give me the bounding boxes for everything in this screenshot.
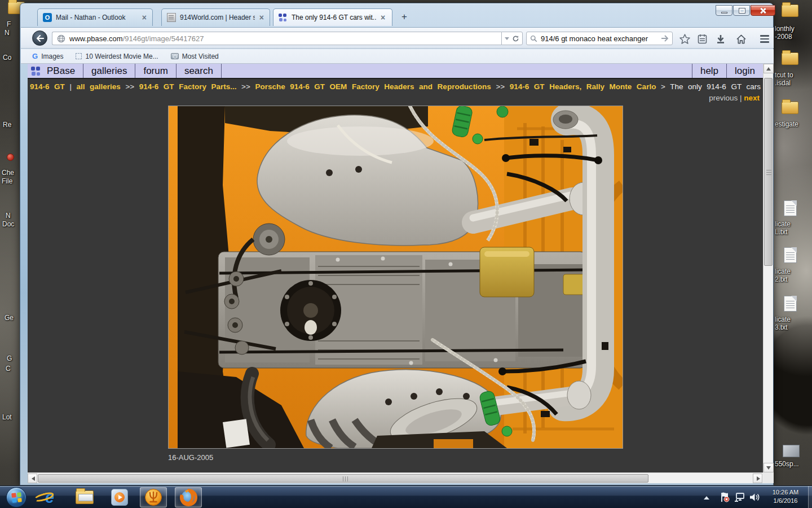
search-go-icon[interactable] [661,35,669,42]
search-bar[interactable] [526,32,673,45]
menu-hamburger-icon[interactable] [757,32,773,46]
breadcrumb-link[interactable]: 914-6 GT Headers, Rally Monte Carlo [510,82,656,91]
breadcrumb-current: The only 914-6 GT cars [670,82,761,91]
new-tab-button[interactable]: + [397,11,412,24]
tray-expand-icon[interactable] [704,486,709,508]
scroll-right-button[interactable] [753,474,762,483]
nav-help[interactable]: help [692,65,726,77]
start-button[interactable] [6,487,27,507]
windows-flag-icon [11,492,22,503]
bookmark-most-visited[interactable]: Most Visited [171,52,219,60]
nav-forum[interactable]: forum [135,65,175,77]
show-desktop-button[interactable] [808,486,812,508]
back-button[interactable] [32,30,47,46]
desktop-folder-icon[interactable] [782,5,798,17]
desktop-textfile-icon[interactable] [784,247,797,263]
desktop-label[interactable]: G [7,354,12,362]
taskbar-clock[interactable]: 10:26 AM 1/6/2016 [764,488,807,505]
reload-icon[interactable] [512,35,519,42]
tab-outlook[interactable]: O Mail - Nathan - Outlook × [37,8,153,26]
firefox-icon [179,488,198,507]
desktop-label[interactable]: File [2,177,12,185]
desktop-folder-icon[interactable] [782,52,798,65]
network-icon[interactable] [734,486,746,508]
tab-close-icon[interactable]: × [259,14,264,21]
search-input[interactable] [541,34,657,43]
desktop-label[interactable]: licate3.txt [775,316,791,331]
desktop-label[interactable]: tcut to.isdal [775,71,793,87]
bookmark-label: 10 Weirdest Movie Me... [85,52,158,60]
desktop-label[interactable]: Re [3,121,11,129]
desktop-label[interactable]: licate2.txt [775,268,791,283]
tab-914world[interactable]: 914World.com | Header sizi... × [161,8,270,26]
nav-search[interactable]: search [176,65,221,77]
desktop-label[interactable]: N [6,212,11,220]
desktop-label[interactable]: lonthly-2008 [775,25,795,41]
desktop-label[interactable]: F [7,20,11,28]
desktop-label[interactable]: licateL.txt [775,220,791,236]
bookmark-label: Most Visited [182,52,219,60]
history-dropdown-icon[interactable] [505,37,509,42]
home-icon[interactable] [734,32,748,46]
desktop-textfile-icon[interactable] [784,296,797,312]
back-arrow-icon [36,35,44,42]
desktop: { "browser": { "tabs": [ { "title": "Mai… [0,0,812,508]
minimize-button[interactable] [716,5,732,16]
horizontal-scrollbar[interactable] [28,472,763,483]
tab-pbase-active[interactable]: The only 914-6 GT cars wit... × [273,8,392,26]
nav-pbase[interactable]: PBase [46,65,83,77]
scroll-up-button[interactable] [764,64,774,73]
tab-close-icon[interactable]: × [380,14,386,21]
bookmarks-menu-icon[interactable] [695,32,709,46]
horizontal-scroll-thumb[interactable] [38,474,648,483]
vertical-scroll-thumb[interactable] [764,78,773,266]
breadcrumb-link[interactable]: Porsche 914-6 GT OEM Factory Headers and… [255,82,491,91]
scroll-left-button[interactable] [28,474,37,483]
desktop-label[interactable]: estigate [775,120,798,128]
vertical-scrollbar[interactable] [763,64,773,472]
scroll-down-button[interactable] [764,463,774,472]
pbase-logo-icon[interactable] [31,66,42,76]
desktop-label[interactable]: Che [2,169,14,177]
breadcrumb-link[interactable]: 914-6 GT Factory Parts... [139,82,237,91]
volume-icon[interactable] [749,486,760,508]
taskbar-media-player-button[interactable] [106,487,133,507]
desktop-label[interactable]: Co [3,54,11,62]
clock-date: 1/6/2016 [764,497,807,505]
engine-photo[interactable] [168,106,623,449]
page-viewport: PBase galleries forum search help login … [28,64,763,472]
desktop-label[interactable]: 550sp... [775,460,799,468]
bookmark-images[interactable]: G Images [32,52,63,60]
close-button[interactable] [751,5,775,16]
desktop-app-icon[interactable] [7,154,14,161]
breadcrumb-link[interactable]: all galleries [76,82,120,91]
desktop-label[interactable]: Lot [2,413,12,421]
next-link[interactable]: next [744,94,760,102]
taskbar-firefox-button[interactable] [175,487,202,507]
gallery-page: 914-6 GT | all galleries >> 914-6 GT Fac… [28,79,763,462]
desktop-label[interactable]: Doc [2,220,14,228]
desktop-folder-icon[interactable] [782,102,798,114]
default-favicon-icon [76,53,82,59]
taskbar-app-button[interactable] [140,487,167,507]
desktop-label[interactable]: C [6,365,11,373]
desktop-image-icon[interactable] [783,445,800,457]
maximize-button[interactable] [733,5,750,16]
tab-close-icon[interactable]: × [142,14,147,21]
bookmark-star-icon[interactable] [678,32,691,46]
downloads-icon[interactable] [714,32,727,46]
outlook-icon: O [43,13,52,22]
url-text: www.pbase.com/9146gt/image/54417627 [69,34,204,43]
address-bar[interactable]: www.pbase.com/9146gt/image/54417627 [52,32,501,45]
nav-login[interactable]: login [727,65,763,77]
desktop-label[interactable]: Ge [5,314,14,322]
taskbar-ie-button[interactable]: e [36,487,63,507]
desktop-label[interactable]: N [5,29,10,37]
nav-galleries[interactable]: galleries [83,65,135,77]
breadcrumb-link[interactable]: 914-6 GT [30,82,65,91]
taskbar-explorer-button[interactable] [71,487,98,507]
desktop-textfile-icon[interactable] [784,200,797,216]
previous-link[interactable]: previous [709,94,738,102]
action-center-flag-icon[interactable] [720,486,730,508]
bookmark-weirdest-movie[interactable]: 10 Weirdest Movie Me... [76,52,158,60]
